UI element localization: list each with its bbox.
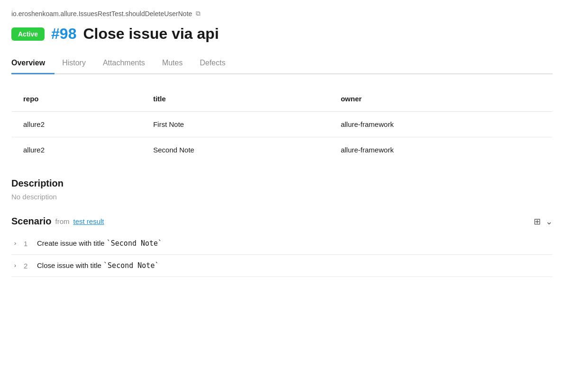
cell-repo-1: allure2 — [12, 112, 142, 137]
col-header-title: title — [142, 86, 329, 112]
scenario-left: Scenario from test result — [11, 216, 104, 227]
from-text: from — [55, 217, 69, 225]
tab-history[interactable]: History — [62, 54, 95, 74]
chevron-down-icon[interactable]: ⌄ — [546, 216, 553, 227]
breadcrumb: io.eroshenkoam.allure.IssuesRestTest.sho… — [11, 9, 553, 18]
tabs-row: Overview History Attachments Mutes Defec… — [11, 54, 553, 74]
title-row: Active #98 Close issue via api — [11, 25, 553, 43]
step-row-2: › 2 Close issue with title `Second Note` — [11, 255, 553, 277]
tab-mutes[interactable]: Mutes — [162, 54, 192, 74]
steps-list: › 1 Create issue with title `Second Note… — [11, 232, 553, 277]
cell-owner-2: allure-framework — [329, 137, 553, 163]
active-badge: Active — [11, 27, 45, 41]
copy-icon[interactable]: ⧉ — [196, 9, 200, 18]
description-value: No description — [11, 193, 553, 201]
col-header-owner: owner — [329, 86, 553, 112]
breadcrumb-text: io.eroshenkoam.allure.IssuesRestTest.sho… — [11, 10, 192, 18]
tab-defects[interactable]: Defects — [200, 54, 235, 74]
col-header-repo: repo — [12, 86, 142, 112]
step-row-1: › 1 Create issue with title `Second Note… — [11, 232, 553, 255]
cell-repo-2: allure2 — [12, 137, 142, 163]
scenario-section: Scenario from test result ⊞ ⌄ › 1 Create… — [11, 216, 553, 277]
issue-title: Close issue via api — [83, 25, 218, 43]
table-row: allure2 Second Note allure-framework — [12, 137, 553, 163]
scenario-icons: ⊞ ⌄ — [534, 216, 553, 227]
step-num-2: 2 — [24, 262, 32, 270]
step-text-1: Create issue with title `Second Note` — [37, 239, 162, 248]
step-expand-2[interactable]: › — [11, 262, 19, 269]
step-text-2: Close issue with title `Second Note` — [37, 261, 159, 270]
cell-title-1: First Note — [142, 112, 329, 137]
description-section: Description No description — [11, 178, 553, 201]
issue-number: #98 — [51, 25, 76, 43]
grid-icon[interactable]: ⊞ — [534, 216, 541, 227]
table-row: allure2 First Note allure-framework — [12, 112, 553, 137]
scenario-header: Scenario from test result ⊞ ⌄ — [11, 216, 553, 227]
cell-owner-1: allure-framework — [329, 112, 553, 137]
step-num-1: 1 — [24, 240, 32, 248]
description-label: Description — [11, 178, 553, 189]
step-expand-1[interactable]: › — [11, 240, 19, 247]
tab-attachments[interactable]: Attachments — [103, 54, 155, 74]
scenario-label: Scenario — [11, 216, 51, 227]
cell-title-2: Second Note — [142, 137, 329, 163]
tab-overview[interactable]: Overview — [11, 54, 55, 74]
data-table: repo title owner allure2 First Note allu… — [11, 86, 553, 163]
test-result-link[interactable]: test result — [73, 217, 104, 225]
